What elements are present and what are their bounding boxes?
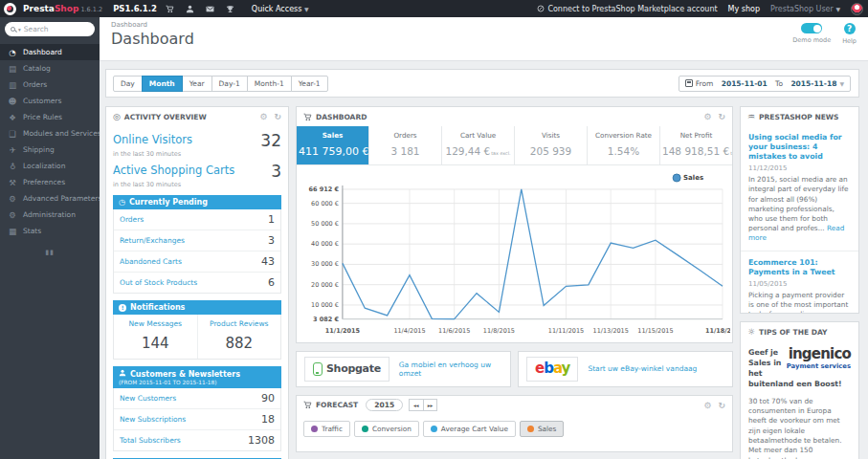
date-from: 2015-11-01 bbox=[722, 79, 768, 88]
notification-cell-new-messages[interactable]: New Messages144 bbox=[114, 315, 198, 359]
sidebar-item-administration[interactable]: ⚙Administration bbox=[0, 207, 100, 223]
svg-text:11/8/2015: 11/8/2015 bbox=[483, 327, 515, 335]
traffic-dot-icon bbox=[311, 426, 318, 432]
gear-icon[interactable]: ⚙ bbox=[259, 112, 267, 121]
sidebar-item-modules-and-services[interactable]: ❑Modules and Services bbox=[0, 125, 100, 142]
my-shop-link[interactable]: My shop bbox=[728, 5, 760, 13]
cart-icon[interactable] bbox=[164, 5, 177, 13]
metric-tab-sales[interactable]: Sales411 759,00 €tax excl. bbox=[297, 126, 369, 164]
sidebar-item-dashboard[interactable]: ◔Dashboard bbox=[0, 44, 100, 60]
prestashop-logo-icon[interactable] bbox=[4, 3, 16, 15]
sidebar-item-advanced-parameters[interactable]: ⚙Advanced Parameters bbox=[0, 190, 100, 207]
refresh-icon[interactable]: ↻ bbox=[718, 112, 725, 121]
user-menu[interactable]: PrestaShop User ▼ bbox=[770, 5, 840, 13]
forecast-toggle-average-cart-value[interactable]: Average Cart Value bbox=[423, 421, 516, 437]
shopgate-link[interactable]: Ga mobiel en verhoog uw omzet bbox=[399, 361, 502, 378]
envelope-icon[interactable] bbox=[204, 5, 217, 13]
news-article-title[interactable]: Using social media for your business: 4 … bbox=[748, 133, 851, 162]
trophy-icon[interactable] bbox=[224, 5, 237, 13]
right-column: ♒ PRESTASHOP NEWS Using social media for… bbox=[740, 106, 859, 459]
chevron-down-icon: ▼ bbox=[835, 6, 840, 12]
shop-name[interactable]: PS1.6.1.2 bbox=[113, 4, 157, 13]
svg-text:11/1/2015: 11/1/2015 bbox=[325, 327, 361, 335]
quick-access-menu[interactable]: Quick Access ▼ bbox=[252, 5, 309, 13]
refresh-icon[interactable]: ↻ bbox=[718, 401, 725, 410]
sidebar-search[interactable]: ▾ bbox=[5, 22, 95, 36]
sidebar-item-orders[interactable]: ▥Orders bbox=[0, 76, 100, 93]
sidebar-item-label: Catalog bbox=[23, 64, 51, 73]
news-article: Ecommerce 101: Payments in a Tweet11/05/… bbox=[741, 251, 858, 314]
svg-text:11/15/2015: 11/15/2015 bbox=[637, 327, 673, 335]
notification-cell-product-reviews[interactable]: Product Reviews882 bbox=[198, 315, 281, 359]
svg-text:10 000 €: 10 000 € bbox=[311, 301, 339, 309]
breadcrumb: Dashboard bbox=[111, 21, 857, 29]
user-avatar[interactable] bbox=[851, 3, 863, 15]
forecast-toggle-conversion[interactable]: Conversion bbox=[354, 421, 419, 437]
gear-icon[interactable]: ⚙ bbox=[703, 112, 711, 121]
help-icon[interactable]: ? bbox=[844, 23, 856, 34]
person-icon[interactable] bbox=[184, 5, 197, 13]
shopgate-logo: Shopgate bbox=[304, 357, 389, 382]
range-button-month[interactable]: Month bbox=[142, 76, 183, 92]
topbar-right: Connect to PrestaShop Marketplace accoun… bbox=[537, 3, 868, 15]
range-button-day[interactable]: Day bbox=[113, 76, 143, 92]
sales-dot-icon bbox=[527, 426, 534, 432]
sidebar-item-catalog[interactable]: ▤Catalog bbox=[0, 60, 100, 76]
customers-row[interactable]: Total Subscribers1308 bbox=[114, 430, 280, 450]
range-button-year-1[interactable]: Year-1 bbox=[291, 76, 328, 92]
news-list: Using social media for your business: 4 … bbox=[741, 126, 858, 314]
demo-mode-toggle[interactable] bbox=[801, 23, 822, 33]
page-header: Dashboard Dashboard Demo mode ? Help bbox=[100, 17, 868, 61]
sidebar-item-stats[interactable]: ▦Stats bbox=[0, 223, 100, 239]
news-article-excerpt: Picking a payment provider is one of the… bbox=[748, 291, 851, 314]
marketplace-link[interactable]: Connect to PrestaShop Marketplace accoun… bbox=[537, 5, 717, 13]
forecast-toggle-sales[interactable]: Sales bbox=[520, 421, 564, 437]
metric-tab-orders[interactable]: Orders3 181 bbox=[369, 126, 442, 164]
online-visitors: Online Visitors 32 bbox=[113, 133, 281, 149]
ebay-link[interactable]: Start uw eBay-winkel vandaag bbox=[588, 364, 697, 373]
sidebar-item-localization[interactable]: ♁Localization bbox=[0, 158, 100, 174]
activity-overview-panel: ◎ ACTIVITY OVERVIEW ⚙ ↻ Online Visitors … bbox=[105, 106, 289, 459]
refresh-icon[interactable]: ↻ bbox=[274, 112, 281, 121]
metric-value: 148 918,51 €tax excl. bbox=[662, 145, 730, 157]
sidebar-collapse-button[interactable]: ▮▮ bbox=[0, 249, 100, 256]
customers-row[interactable]: New Customers90 bbox=[114, 388, 280, 409]
dashboard-grid: ◎ ACTIVITY OVERVIEW ⚙ ↻ Online Visitors … bbox=[105, 106, 859, 459]
forecast-prev-button[interactable]: ◂◂ bbox=[409, 399, 424, 411]
metric-tab-cart-value[interactable]: Cart Value129,44 €tax excl. bbox=[442, 126, 515, 164]
active-carts-link[interactable]: Active Shopping Carts bbox=[113, 164, 234, 177]
calendar-icon bbox=[685, 79, 693, 87]
preferences-icon: ⚒ bbox=[8, 178, 17, 187]
forecast-panel-header: FORECAST 2015 ◂◂ ▸▸ ⚙ ↻ bbox=[297, 396, 732, 415]
date-range-picker[interactable]: From 2015-11-01 To 2015-11-18 ▼ bbox=[679, 76, 851, 92]
notifications-section-header: !Notifications bbox=[113, 300, 281, 315]
metric-tab-net-profit[interactable]: Net Profit148 918,51 €tax excl. bbox=[660, 126, 732, 164]
pending-row[interactable]: Abandoned Carts43 bbox=[114, 251, 280, 273]
online-visitors-link[interactable]: Online Visitors bbox=[113, 133, 192, 146]
search-input[interactable] bbox=[24, 25, 74, 33]
forecast-next-button[interactable]: ▸▸ bbox=[423, 399, 438, 411]
forecast-toggle-traffic[interactable]: Traffic bbox=[303, 421, 350, 437]
pending-row[interactable]: Out of Stock Products6 bbox=[114, 273, 280, 293]
range-button-month-1[interactable]: Month-1 bbox=[247, 76, 292, 92]
metric-label: Net Profit bbox=[662, 131, 730, 140]
search-scope-caret[interactable]: ▾ bbox=[18, 27, 21, 33]
sales-line-chart[interactable]: 3 082 €10 000 €20 000 €30 000 €40 000 €5… bbox=[299, 168, 730, 342]
range-button-year[interactable]: Year bbox=[182, 76, 212, 92]
metric-tab-visits[interactable]: Visits205 939 bbox=[515, 126, 588, 164]
range-button-day-1[interactable]: Day-1 bbox=[211, 76, 248, 92]
sidebar-item-price-rules[interactable]: ❖Price Rules bbox=[0, 109, 100, 125]
customers-section-header: Customers & Newsletters (FROM 2015-11-01… bbox=[113, 366, 281, 388]
tips-body: ingenico Payment services Geef je Sales … bbox=[741, 341, 858, 459]
pending-row[interactable]: Orders1 bbox=[114, 209, 280, 230]
sidebar-item-shipping[interactable]: ✈Shipping bbox=[0, 142, 100, 158]
gear-icon[interactable]: ⚙ bbox=[703, 401, 711, 410]
pending-row[interactable]: Return/Exchanges3 bbox=[114, 230, 280, 251]
sidebar-item-preferences[interactable]: ⚒Preferences bbox=[0, 174, 100, 190]
metric-label: Cart Value bbox=[444, 131, 512, 140]
metric-tab-conversion-rate[interactable]: Conversion Rate1.54% bbox=[588, 126, 660, 164]
sidebar-item-customers[interactable]: ☻Customers bbox=[0, 93, 100, 109]
news-article-title[interactable]: Ecommerce 101: Payments in a Tweet bbox=[748, 258, 851, 277]
metric-label: Orders bbox=[371, 131, 439, 140]
customers-row[interactable]: New Subscriptions18 bbox=[114, 409, 280, 430]
